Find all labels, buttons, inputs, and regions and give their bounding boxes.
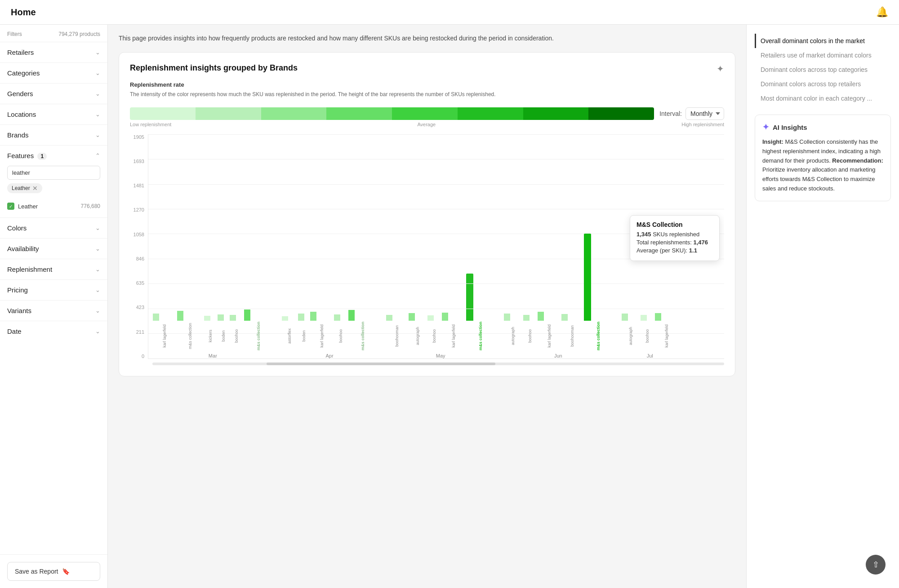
sidebar-section-date: Date ⌄ (0, 321, 107, 341)
color-seg-3 (261, 107, 327, 120)
sidebar-item-date[interactable]: Date ⌄ (0, 321, 107, 341)
replenishment-legend: Replenishment rate The intensity of the … (130, 81, 724, 98)
sidebar-bottom: Save as Report 🔖 (0, 554, 107, 588)
main-content: This page provides insights into how fre… (108, 25, 746, 588)
bar (504, 314, 510, 321)
bar (298, 314, 304, 321)
chart-title: Replenishment insights grouped by Brands (130, 63, 298, 73)
bar (622, 314, 628, 321)
chevron-down-icon: ⌄ (95, 328, 100, 335)
filters-label: Filters (7, 31, 22, 37)
bookmark-icon: 🔖 (62, 568, 70, 575)
month-group-jun: autograph boohoo (504, 134, 613, 358)
sidebar-item-genders[interactable]: Genders ⌄ (0, 84, 107, 104)
chevron-down-icon: ⌄ (95, 90, 100, 97)
ai-card-header: ✦ AI Insights (762, 122, 883, 132)
chevron-down-icon: ⌄ (95, 307, 100, 314)
right-panel: Overall dominant colors in the market Re… (746, 25, 899, 588)
sidebar-item-pricing[interactable]: Pricing ⌄ (0, 280, 107, 300)
nav-item-most-dominant[interactable]: Most dominant color in each category ... (755, 91, 891, 106)
bar (561, 314, 568, 321)
sidebar-item-replenishment[interactable]: Replenishment ⌄ (0, 259, 107, 279)
checkbox-leather[interactable]: ✓ (7, 203, 14, 210)
tooltip-box: M&S Collection 1,345 SKUs replenished To… (630, 215, 720, 261)
sidebar-item-locations[interactable]: Locations ⌄ (0, 104, 107, 124)
chevron-down-icon: ⌄ (95, 49, 100, 56)
sidebar-section-features: Features 1 ⌃ Leather ✕ ✓ Leather (0, 145, 107, 217)
tooltip-brand: M&S Collection (636, 221, 713, 228)
sidebar-section-replenishment: Replenishment ⌄ (0, 259, 107, 279)
legend-title: Replenishment rate (130, 81, 724, 88)
color-seg-5 (392, 107, 458, 120)
feature-item-leather[interactable]: ✓ Leather 776,680 (7, 200, 100, 212)
bar (409, 313, 415, 321)
ai-sparkle-icon: ✦ (762, 122, 769, 132)
month-group-mar: karl lagerfeld m&s collection (153, 134, 273, 358)
bell-icon[interactable]: 🔔 (876, 6, 888, 18)
bar (218, 314, 224, 321)
bar (386, 315, 392, 321)
bar (230, 315, 236, 321)
nav-item-retailers-colors[interactable]: Retailers use of market dominant colors (755, 48, 891, 62)
bar (348, 310, 355, 321)
sparkle-icon[interactable]: ✦ (717, 63, 724, 74)
month-group-apr: astorflex boden (282, 134, 378, 358)
chevron-down-icon: ⌄ (95, 225, 100, 231)
chevron-down-icon: ⌄ (95, 287, 100, 293)
legend-desc: The intensity of the color represents ho… (130, 91, 724, 98)
right-nav: Overall dominant colors in the market Re… (755, 34, 891, 106)
chevron-down-icon: ⌄ (95, 266, 100, 273)
bar (523, 315, 530, 321)
sidebar-section-locations: Locations ⌄ (0, 104, 107, 124)
sidebar-item-features[interactable]: Features 1 ⌃ (0, 146, 107, 166)
bar-label-low: Low replenishment (130, 122, 171, 127)
bar (244, 309, 250, 321)
interval-select[interactable]: Monthly Weekly Daily (685, 107, 724, 120)
bar (538, 312, 544, 321)
sidebar-item-retailers[interactable]: Retailers ⌄ (0, 42, 107, 62)
bar (334, 314, 340, 321)
nav-item-dominant-categories[interactable]: Dominant colors across top categories (755, 62, 891, 77)
page-title: Home (11, 7, 36, 18)
features-expanded: Leather ✕ ✓ Leather 776,680 (0, 166, 107, 217)
ai-insights-title: AI Insights (773, 124, 807, 131)
sidebar-section-categories: Categories ⌄ (0, 62, 107, 83)
sidebar-item-colors[interactable]: Colors ⌄ (0, 218, 107, 238)
sidebar-section-colors: Colors ⌄ (0, 217, 107, 238)
chevron-down-icon: ⌄ (95, 245, 100, 252)
sidebar-item-categories[interactable]: Categories ⌄ (0, 63, 107, 83)
nav-item-overall-colors[interactable]: Overall dominant colors in the market (755, 34, 891, 48)
month-group-may: boohooman autograph (386, 134, 495, 358)
color-gradient-bar (130, 107, 654, 120)
sidebar-item-brands[interactable]: Brands ⌄ (0, 125, 107, 145)
sidebar: Filters 794,279 products Retailers ⌄ Cat… (0, 25, 108, 588)
page-description: This page provides insights into how fre… (119, 34, 735, 43)
color-seg-6 (458, 107, 523, 120)
scrollbar-thumb (267, 363, 495, 365)
color-seg-7 (523, 107, 589, 120)
chevron-up-icon: ⌃ (95, 152, 100, 159)
bar-label-avg: Average (417, 122, 436, 127)
chart-container: 1905 1693 1481 1270 1058 846 635 423 211… (130, 134, 724, 365)
chevron-down-icon: ⌄ (95, 111, 100, 118)
save-report-button[interactable]: Save as Report 🔖 (7, 562, 100, 581)
nav-item-dominant-retailers[interactable]: Dominant colors across top retailers (755, 77, 891, 91)
remove-tag-button[interactable]: ✕ (32, 185, 38, 192)
sidebar-section-availability: Availability ⌄ (0, 238, 107, 259)
sidebar-section-brands: Brands ⌄ (0, 124, 107, 145)
color-seg-8 (588, 107, 654, 120)
filters-header: Filters 794,279 products (0, 25, 107, 42)
scroll-to-top-button[interactable]: ⇧ (866, 555, 886, 575)
sidebar-item-variants[interactable]: Variants ⌄ (0, 301, 107, 321)
bar (153, 314, 159, 321)
sidebar-section-pricing: Pricing ⌄ (0, 279, 107, 300)
sidebar-section-variants: Variants ⌄ (0, 300, 107, 321)
bar (442, 313, 448, 321)
sidebar-item-availability[interactable]: Availability ⌄ (0, 239, 107, 259)
chevron-down-icon: ⌄ (95, 70, 100, 76)
bar (282, 316, 288, 321)
bar-highlight-may (466, 274, 473, 321)
chart-scrollbar[interactable] (152, 363, 724, 365)
sidebar-section-genders: Genders ⌄ (0, 83, 107, 104)
features-search-input[interactable] (7, 166, 100, 180)
